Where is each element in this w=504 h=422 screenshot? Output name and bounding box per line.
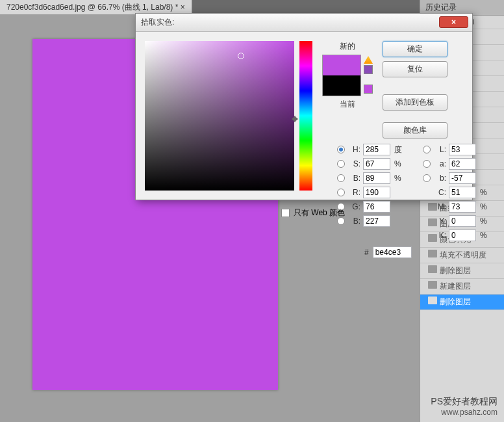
- mode-radio[interactable]: [337, 189, 345, 196]
- Bb-input[interactable]: [363, 215, 390, 227]
- field-label: B:: [349, 174, 360, 183]
- mode-radio[interactable]: [337, 146, 345, 153]
- L-input[interactable]: [449, 144, 476, 155]
- K-input[interactable]: [449, 230, 476, 241]
- unit: 度: [394, 144, 405, 155]
- web-colors-checkbox[interactable]: [281, 209, 290, 217]
- new-color-swatch: [323, 55, 360, 75]
- new-color-label: 新的: [340, 41, 355, 52]
- field-label: H:: [349, 145, 360, 154]
- websafe-swatch[interactable]: [364, 85, 373, 94]
- field-label: K:: [435, 231, 446, 240]
- field-label: C:: [435, 188, 446, 197]
- field-label: G:: [349, 202, 360, 211]
- M-input[interactable]: [449, 201, 476, 213]
- mode-radio[interactable]: [337, 160, 345, 168]
- watermark-title: PS爱好者教程网: [431, 396, 498, 408]
- watermark: PS爱好者教程网 www.psahz.com: [431, 396, 498, 417]
- history-item[interactable]: 删除图层: [420, 263, 504, 279]
- add-swatch-button[interactable]: 添加到色板: [383, 94, 447, 111]
- dialog-title: 拾取实色:: [141, 18, 174, 27]
- Y-input[interactable]: [449, 215, 476, 227]
- web-colors-label: 只有 Web 颜色: [294, 207, 345, 218]
- saturation-value-field[interactable]: [145, 41, 294, 191]
- Bv-input[interactable]: [363, 172, 390, 184]
- field-label: a:: [435, 159, 446, 168]
- hue-slider[interactable]: [299, 41, 312, 191]
- b-input[interactable]: [449, 172, 476, 184]
- G-input[interactable]: [363, 201, 390, 213]
- mode-radio[interactable]: [423, 160, 431, 168]
- field-label: M:: [435, 202, 446, 211]
- mode-radio[interactable]: [423, 174, 431, 182]
- S-input[interactable]: [363, 158, 390, 170]
- mode-radio[interactable]: [337, 174, 345, 182]
- C-input[interactable]: [449, 187, 476, 198]
- field-label: Y:: [435, 217, 446, 226]
- gamut-swatch[interactable]: [364, 65, 373, 74]
- unit: %: [394, 174, 405, 183]
- field-label: R:: [349, 188, 360, 197]
- field-label: S:: [349, 159, 360, 168]
- sv-marker[interactable]: [238, 53, 244, 59]
- current-color-swatch: [323, 75, 360, 96]
- color-picker-dialog: 拾取实色: × 新的: [135, 13, 473, 200]
- color-library-button[interactable]: 颜色库: [383, 122, 447, 138]
- history-item[interactable]: 新建图层: [420, 279, 504, 295]
- gamut-warning-icon[interactable]: [364, 56, 373, 64]
- reset-button[interactable]: 复位: [383, 61, 447, 77]
- hue-slider-arrow-right: [294, 116, 298, 122]
- unit: %: [480, 188, 490, 197]
- color-value-fields: H:度L:S:%a:B:%b:R:C:%G:M:%B:Y:%K:% #: [337, 144, 504, 258]
- mode-radio[interactable]: [423, 146, 431, 153]
- close-button[interactable]: ×: [439, 16, 468, 28]
- history-item[interactable]: 删除图层: [420, 295, 504, 310]
- a-input[interactable]: [449, 158, 476, 170]
- unit: %: [480, 231, 490, 240]
- ok-button[interactable]: 确定: [383, 41, 447, 57]
- R-input[interactable]: [363, 187, 390, 198]
- dialog-titlebar[interactable]: 拾取实色: ×: [136, 14, 472, 32]
- current-color-label: 当前: [340, 99, 355, 110]
- unit: %: [394, 159, 405, 168]
- field-label: B:: [349, 217, 360, 226]
- H-input[interactable]: [363, 144, 390, 155]
- field-label: L:: [435, 145, 446, 154]
- color-swatch[interactable]: [322, 55, 361, 96]
- hex-label: #: [364, 248, 369, 257]
- unit: %: [480, 217, 490, 226]
- unit: %: [480, 202, 490, 211]
- hex-input[interactable]: [373, 246, 412, 258]
- field-label: b:: [435, 174, 446, 183]
- watermark-url: www.psahz.com: [431, 408, 498, 417]
